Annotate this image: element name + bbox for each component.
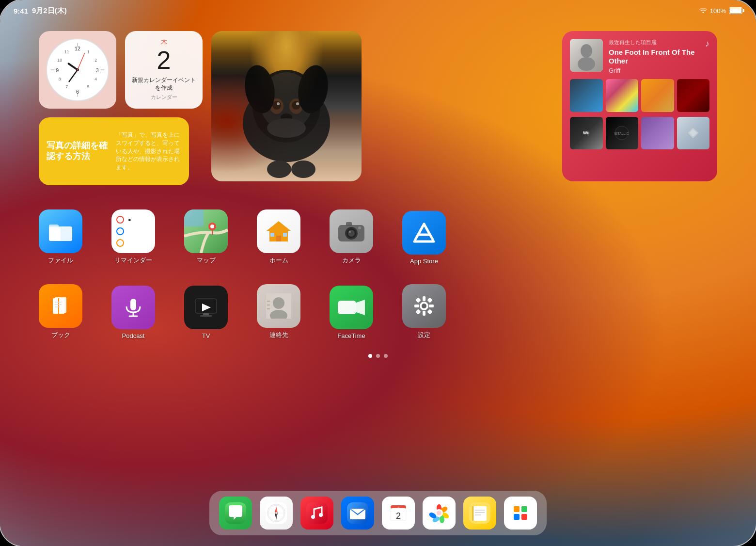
svg-point-82: [273, 297, 284, 309]
dock-calendar[interactable]: 2 木: [382, 497, 415, 530]
svg-line-17: [69, 70, 78, 81]
svg-line-65: [415, 224, 424, 240]
page-dot-3[interactable]: [384, 354, 388, 358]
apps-area: ファイル ●: [0, 185, 756, 339]
app-files[interactable]: ファイル: [39, 209, 82, 265]
svg-rect-136: [521, 514, 527, 520]
tips-description: 「写真」で、写真を上にスワイプすると、写っている人や、撮影された場所などの情報が…: [116, 131, 181, 172]
svg-text:4: 4: [94, 77, 97, 81]
svg-text:1: 1: [87, 49, 90, 54]
music-widget[interactable]: 最近再生した項目履 One Foot In Front Of The Other…: [562, 31, 717, 181]
svg-rect-62: [346, 222, 352, 226]
tv-label: TV: [202, 332, 210, 339]
album-1: [570, 79, 603, 112]
facetime-label: FaceTime: [337, 332, 365, 339]
home-label: ホーム: [269, 256, 288, 265]
album-5: Wii: [570, 117, 603, 150]
svg-marker-88: [356, 300, 365, 315]
dock-photos[interactable]: [423, 497, 456, 530]
svg-rect-93: [414, 305, 419, 307]
svg-rect-97: [415, 309, 421, 314]
app-reminders[interactable]: ● リマインダー: [111, 209, 155, 265]
home-content: 12 3 6 9 1 2 4 5 7 8 10: [0, 21, 756, 546]
ipad-frame: 9:41 9月2日(木) 100%: [0, 0, 756, 546]
dock: 2 木: [209, 491, 547, 535]
app-row-2: ブック Podcast: [39, 284, 717, 339]
svg-line-18: [78, 53, 85, 70]
app-appstore[interactable]: App Store: [402, 211, 446, 265]
left-widgets: 12 3 6 9 1 2 4 5 7 8 10: [39, 31, 203, 185]
dock-mail[interactable]: [341, 497, 374, 530]
photo-widget[interactable]: [211, 31, 362, 181]
contacts-icon: [257, 284, 300, 328]
clock-widget[interactable]: 12 3 6 9 1 2 4 5 7 8 10: [39, 31, 116, 109]
music-info: 最近再生した項目履 One Foot In Front Of The Other…: [609, 39, 709, 74]
app-settings[interactable]: 設定: [402, 284, 446, 339]
app-maps[interactable]: マップ: [184, 209, 228, 265]
dock-freeform[interactable]: [504, 497, 537, 530]
svg-point-61: [349, 231, 351, 233]
app-home[interactable]: ホーム: [257, 209, 300, 265]
dock-notes[interactable]: [463, 497, 496, 530]
calendar-day-number: 2: [132, 48, 196, 73]
podcasts-label: Podcast: [122, 332, 145, 339]
music-album-grid-1: [570, 79, 709, 112]
tv-icon: [184, 286, 228, 329]
svg-text:12: 12: [75, 46, 80, 51]
appstore-label: App Store: [410, 257, 438, 265]
widgets-area: 12 3 6 9 1 2 4 5 7 8 10: [0, 21, 756, 185]
maps-label: マップ: [197, 256, 216, 265]
page-dot-1[interactable]: [368, 354, 372, 358]
album-3: [641, 79, 674, 112]
dock-music[interactable]: [300, 497, 333, 530]
svg-rect-80: [200, 315, 212, 317]
app-contacts[interactable]: 連絡先: [257, 284, 300, 339]
status-date: 9月2日(木): [32, 6, 67, 16]
tips-widget[interactable]: 写真の詳細を確認する方法 「写真」で、写真を上にスワイプすると、写っている人や、…: [39, 117, 189, 185]
app-books[interactable]: ブック: [39, 284, 82, 339]
reminder-dot-red: [116, 216, 124, 224]
svg-point-34: [291, 161, 315, 178]
svg-text:6: 6: [76, 89, 79, 95]
app-camera[interactable]: カメラ: [330, 209, 373, 265]
album-8: [677, 117, 710, 150]
contacts-label: 連絡先: [269, 331, 288, 339]
svg-text:3: 3: [96, 67, 99, 73]
dog-svg: [211, 31, 362, 181]
appstore-icon: [402, 211, 446, 255]
svg-point-125: [437, 511, 441, 515]
calendar-event: 新規カレンダーイベントを作成: [132, 77, 196, 92]
app-facetime[interactable]: FaceTime: [330, 286, 373, 339]
music-artist: Griff: [609, 67, 709, 74]
camera-icon: [330, 209, 373, 253]
calendar-widget[interactable]: 木 2 新規カレンダーイベントを作成 カレンダー: [125, 31, 203, 109]
svg-rect-46: [49, 225, 59, 230]
app-podcasts[interactable]: Podcast: [111, 286, 155, 339]
podcasts-icon: [111, 286, 155, 329]
status-bar: 9:41 9月2日(木) 100%: [0, 0, 756, 21]
reminders-icon: ●: [111, 209, 155, 253]
page-dot-2[interactable]: [376, 354, 380, 358]
svg-text:2: 2: [94, 58, 97, 63]
svg-text:5: 5: [87, 84, 90, 89]
svg-rect-79: [203, 313, 209, 315]
svg-point-26: [272, 101, 281, 110]
svg-rect-87: [338, 301, 356, 314]
maps-icon: [184, 209, 228, 253]
svg-point-109: [319, 513, 323, 517]
svg-rect-74: [130, 299, 136, 310]
music-recently-label: 最近再生した項目履: [609, 39, 709, 46]
svg-point-20: [77, 69, 79, 71]
app-row-1: ファイル ●: [39, 209, 717, 265]
svg-rect-127: [473, 506, 487, 521]
dock-safari[interactable]: [260, 497, 293, 530]
dock-messages[interactable]: [219, 497, 252, 530]
svg-text:2: 2: [396, 511, 401, 521]
svg-line-64: [424, 224, 433, 240]
svg-rect-96: [427, 297, 432, 303]
svg-text:8: 8: [59, 77, 61, 81]
svg-point-39: [578, 57, 595, 71]
svg-rect-92: [423, 311, 425, 316]
clock-face: 12 3 6 9 1 2 4 5 7 8 10: [46, 38, 109, 101]
app-tv[interactable]: TV: [184, 286, 228, 339]
